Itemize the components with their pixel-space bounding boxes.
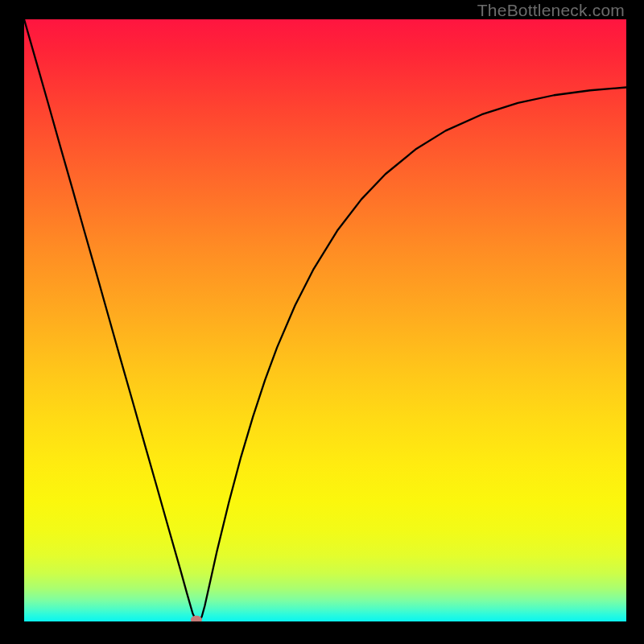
bottleneck-curve [24,19,626,621]
chart-frame: TheBottleneck.com [0,0,644,644]
min-marker [191,616,202,621]
curve-svg [24,19,626,621]
plot-area [24,19,626,621]
watermark-text: TheBottleneck.com [477,1,625,20]
